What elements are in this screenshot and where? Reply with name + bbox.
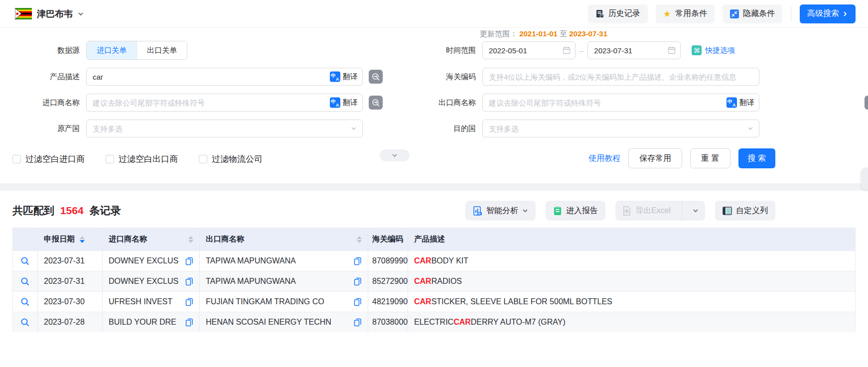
copy-icon[interactable] [185,298,193,306]
importer-input[interactable] [86,94,363,112]
history-button[interactable]: 历史记录 [588,4,648,23]
chevron-down-icon [522,208,528,214]
cell-product-desc: ELECTRIC CAR DERRY AUTO-M7 (GRAY) [408,312,855,332]
collapse-icon [730,9,739,18]
columns-icon [723,207,732,215]
enter-report-button[interactable]: 进入报告 [546,201,605,221]
checkbox-icon[interactable] [12,155,21,163]
quick-options-link[interactable]: ⌘ 快捷选项 [692,45,735,55]
count-number: 1564 [60,205,84,216]
favorite-conditions-button[interactable]: ★ 常用条件 [656,4,715,23]
checkbox-filter-logistics[interactable]: 过滤物流公司 [199,153,263,165]
section-divider [0,183,868,191]
start-date-input[interactable] [482,41,576,59]
translate-icon: 中A [330,72,340,82]
copy-icon[interactable] [354,298,362,306]
row-detail-search-button[interactable] [20,297,30,307]
header-date[interactable]: 申报日期 [38,228,103,250]
product-desc-input[interactable] [86,68,363,86]
copy-icon[interactable] [185,257,193,265]
origin-country-select[interactable] [86,120,363,137]
export-excel-button[interactable]: 导出Excel [615,201,678,221]
calendar-icon[interactable] [563,46,571,54]
translate-icon: 中A [726,98,737,108]
checkbox-label: 过滤物流公司 [212,153,263,165]
header-importer[interactable]: 进口商名称 [103,228,200,250]
table-body: 2023-07-31 DOWNEY EXCLUS TAPIWA MAPUNGWA… [13,250,855,332]
clipped-exact-match-toggle[interactable] [865,96,868,110]
table-row[interactable]: 2023-07-31 DOWNEY EXCLUS TAPIWA MAPUNGWA… [13,250,855,271]
reset-button[interactable]: 重 置 [690,148,730,168]
tab-import-declarations[interactable]: 进口关单 [87,41,137,59]
smart-analysis-button[interactable]: BI 智能分析 [465,201,536,221]
table-row[interactable]: 2023-07-28 BUILD YOUR DRE HENAN SCOSAI E… [13,312,855,332]
column-label: 进口商名称 [109,234,147,245]
translate-button[interactable]: 中A 翻译 [330,98,358,108]
translate-icon: 中A [330,98,340,108]
translate-button[interactable]: 中A 翻译 [726,98,754,108]
export-options-button[interactable] [686,201,705,221]
enter-report-label: 进入报告 [566,206,598,216]
destination-country-select[interactable] [482,120,759,137]
chevron-down-icon [351,125,357,131]
history-label: 历史记录 [608,8,640,19]
copy-icon[interactable] [354,318,362,327]
results-action-buttons: BI 智能分析 进入报告 [455,201,775,221]
cell-importer: UFRESH INVEST [109,297,172,306]
row-detail-search-button[interactable] [20,256,30,266]
export-icon [622,206,631,216]
table-row[interactable]: 2023-07-30 UFRESH INVEST FUJIAN TINGKAM … [13,291,855,312]
tutorial-link[interactable]: 使用教程 [588,153,620,164]
magnifier-icon [20,256,30,266]
clipped-floating-widget[interactable] [861,168,868,190]
tab-export-declarations[interactable]: 出口关单 [137,41,187,59]
search-button[interactable]: 搜 索 [738,148,775,168]
export-excel-split-button: 导出Excel [615,201,705,221]
country-selector[interactable]: 津巴布韦 [15,8,84,20]
checkbox-filter-blank-exporter[interactable]: 过滤空白出口商 [106,153,178,165]
copy-icon[interactable] [354,277,362,286]
form-action-buttons: 使用教程 保存常用 重 置 搜 索 [588,148,775,168]
hide-conditions-button[interactable]: 隐藏条件 [723,4,782,23]
translate-button[interactable]: 中A 翻译 [330,72,358,82]
update-range-start: 2021-01-01 [519,29,558,38]
copy-icon[interactable] [354,257,362,265]
exact-match-toggle[interactable] [369,96,383,110]
column-label: 产品描述 [414,234,445,245]
report-icon [553,206,562,216]
keyword-highlight: CAR [414,297,432,306]
column-label: 海关编码 [372,234,403,245]
history-icon [595,9,604,18]
cell-exporter: TAPIWA MAPUNGWANA [206,277,296,286]
cell-importer: BUILD YOUR DRE [109,318,176,327]
copy-icon[interactable] [185,277,193,286]
exact-match-toggle[interactable] [369,70,383,84]
cell-date: 2023-07-28 [38,312,103,332]
magnifier-icon [20,277,30,286]
hide-conditions-label: 隐藏条件 [743,8,775,19]
collapse-form-button[interactable] [380,149,410,161]
hs-code-input[interactable] [482,68,759,86]
custom-columns-button[interactable]: 自定义列 [715,201,775,221]
fuzzy-search-icon [372,73,380,81]
copy-icon[interactable] [185,318,193,327]
save-conditions-button[interactable]: 保存常用 [628,148,682,168]
sort-icons[interactable] [357,236,362,243]
row-detail-search-button[interactable] [20,318,30,327]
divider [682,201,682,221]
calendar-icon[interactable] [668,46,676,54]
table-row[interactable]: 2023-07-31 DOWNEY EXCLUS TAPIWA MAPUNGWA… [13,271,855,291]
sort-icons[interactable] [80,236,85,243]
exporter-input[interactable] [482,94,759,112]
checkbox-filter-blank-importer[interactable]: 过滤空白进口商 [12,153,85,165]
checkbox-icon[interactable] [199,155,207,163]
sort-icons[interactable] [188,236,193,243]
header-exporter[interactable]: 出口商名称 [200,228,368,250]
advanced-search-button[interactable]: 高级搜索 [800,4,856,23]
cell-hs-code: 85272900 [368,271,408,291]
end-date-input[interactable] [587,41,681,59]
row-detail-search-button[interactable] [20,277,30,286]
chevron-down-icon [747,125,753,131]
product-desc-label: 产品描述 [0,72,86,82]
checkbox-icon[interactable] [106,155,114,163]
